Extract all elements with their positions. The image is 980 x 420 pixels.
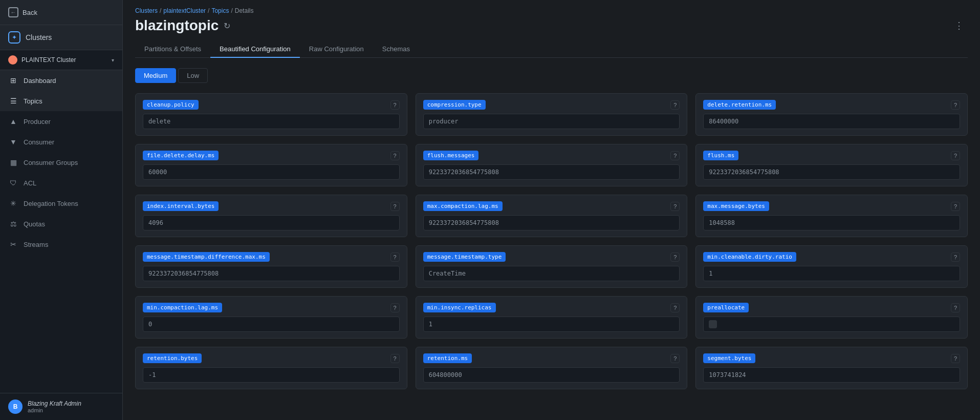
config-help-button[interactable]: ? — [390, 202, 400, 211]
config-value[interactable]: 1 — [423, 317, 680, 332]
config-value[interactable]: 9223372036854775808 — [143, 266, 400, 281]
config-help-button[interactable]: ? — [670, 202, 680, 211]
sidebar-nav: ⊞ Dashboard ☰ Topics ▲ Producer ▼ Consum… — [0, 70, 122, 393]
config-value[interactable]: 60000 — [143, 164, 400, 180]
sidebar-item-label: Streams — [24, 241, 48, 248]
page-title: blazingtopic — [135, 17, 219, 34]
page-title-left: blazingtopic ↻ — [135, 17, 230, 34]
sidebar-item-label: Producer — [24, 118, 51, 125]
config-help-button[interactable]: ? — [390, 354, 400, 363]
config-item-header: message.timestamp.type? — [423, 252, 680, 262]
sidebar-item-consumer-groups[interactable]: ▦ Consumer Groups — [0, 152, 122, 173]
sidebar-item-dashboard[interactable]: ⊞ Dashboard — [0, 70, 122, 91]
back-arrow-icon: ← — [8, 7, 18, 17]
config-value[interactable]: 0 — [143, 317, 400, 332]
config-item-header: min.compaction.lag.ms? — [143, 303, 400, 312]
back-label: Back — [23, 9, 37, 16]
config-item: index.interval.bytes?4096 — [135, 195, 407, 237]
config-item: max.message.bytes?1048588 — [695, 195, 968, 237]
config-help-button[interactable]: ? — [670, 100, 680, 110]
config-help-button[interactable]: ? — [951, 151, 960, 160]
config-value[interactable]: 1048588 — [703, 215, 960, 230]
sidebar-item-label: Quotas — [24, 220, 45, 228]
config-help-button[interactable]: ? — [670, 151, 680, 160]
config-item-header: min.cleanable.dirty.ratio? — [703, 252, 960, 262]
config-help-button[interactable]: ? — [951, 202, 960, 211]
sidebar-item-acl[interactable]: 🛡 ACL — [0, 173, 122, 193]
back-button[interactable]: ← Back — [0, 0, 122, 25]
config-item: min.compaction.lag.ms?0 — [135, 296, 407, 339]
cluster-status-dot — [8, 55, 17, 65]
config-key-badge: flush.ms — [703, 151, 738, 160]
refresh-icon[interactable]: ↻ — [224, 21, 230, 31]
producer-icon: ▲ — [8, 116, 18, 127]
tab-partitions-offsets[interactable]: Partitions & Offsets — [135, 41, 210, 58]
config-value[interactable] — [703, 317, 960, 332]
config-help-button[interactable]: ? — [390, 100, 400, 110]
clusters-nav-button[interactable]: ✦ Clusters — [0, 25, 122, 50]
config-value[interactable]: CreateTime — [423, 266, 680, 281]
breadcrumb-sep-3: / — [231, 7, 232, 14]
config-key-badge: max.compaction.lag.ms — [423, 201, 503, 211]
config-value[interactable]: 1073741824 — [703, 367, 960, 383]
config-key-badge: min.compaction.lag.ms — [143, 303, 222, 312]
sidebar-item-delegation-tokens[interactable]: ✳ Delegation Tokens — [0, 193, 122, 214]
config-key-badge: compression.type — [423, 100, 486, 110]
config-value[interactable]: 9223372036854775808 — [423, 215, 680, 230]
breadcrumb-clusters[interactable]: Clusters — [135, 7, 158, 14]
breadcrumb-cluster[interactable]: plaintextCluster — [163, 7, 206, 14]
config-item: delete.retention.ms?86400000 — [695, 93, 968, 136]
user-role: admin — [28, 407, 81, 413]
config-value[interactable]: delete — [143, 114, 400, 129]
config-key-badge: retention.bytes — [143, 353, 202, 363]
tab-raw-configuration[interactable]: Raw Configuration — [300, 41, 373, 58]
config-help-button[interactable]: ? — [670, 354, 680, 363]
config-value[interactable]: producer — [423, 114, 680, 129]
config-value[interactable]: 604800000 — [423, 367, 680, 383]
config-value[interactable]: 1 — [703, 266, 960, 281]
acl-icon: 🛡 — [8, 178, 18, 188]
config-help-button[interactable]: ? — [951, 303, 960, 312]
clusters-icon: ✦ — [8, 31, 20, 44]
filter-medium-button[interactable]: Medium — [135, 68, 176, 83]
config-help-button[interactable]: ? — [390, 303, 400, 312]
more-options-button[interactable]: ⋮ — [950, 18, 968, 33]
config-help-button[interactable]: ? — [390, 151, 400, 160]
user-info: Blazing Kraft Admin admin — [28, 400, 81, 413]
sidebar-item-consumer[interactable]: ▼ Consumer — [0, 132, 122, 152]
config-value[interactable]: 9223372036854775808 — [423, 164, 680, 180]
config-help-button[interactable]: ? — [390, 253, 400, 262]
sidebar-item-label: Consumer — [24, 138, 54, 146]
config-value[interactable]: 4096 — [143, 215, 400, 230]
sidebar-item-topics[interactable]: ☰ Topics — [0, 91, 122, 111]
config-key-badge: file.delete.delay.ms — [143, 151, 219, 160]
config-help-button[interactable]: ? — [951, 354, 960, 363]
config-item-header: flush.messages? — [423, 151, 680, 160]
tab-schemas[interactable]: Schemas — [373, 41, 419, 58]
config-item-header: cleanup.policy? — [143, 100, 400, 110]
sidebar-item-quotas[interactable]: ⚖ Quotas — [0, 214, 122, 234]
config-item-header: min.insync.replicas? — [423, 303, 680, 312]
config-value[interactable]: 9223372036854775808 — [703, 164, 960, 180]
breadcrumb-topics[interactable]: Topics — [211, 7, 229, 14]
sidebar: ← Back ✦ Clusters PLAINTEXT Cluster ▾ ⊞ … — [0, 0, 123, 420]
config-key-badge: max.message.bytes — [703, 201, 769, 211]
config-key-badge: min.cleanable.dirty.ratio — [703, 252, 796, 262]
cluster-selector[interactable]: PLAINTEXT Cluster ▾ — [0, 50, 122, 70]
page-title-row: blazingtopic ↻ ⋮ — [135, 17, 968, 34]
config-value[interactable]: 86400000 — [703, 114, 960, 129]
sidebar-item-streams[interactable]: ✂ Streams — [0, 234, 122, 255]
config-help-button[interactable]: ? — [670, 303, 680, 312]
user-name: Blazing Kraft Admin — [28, 400, 81, 407]
config-help-button[interactable]: ? — [951, 253, 960, 262]
tab-beautified-configuration[interactable]: Beautified Configuration — [210, 41, 300, 58]
config-item-header: flush.ms? — [703, 151, 960, 160]
sidebar-item-producer[interactable]: ▲ Producer — [0, 111, 122, 132]
config-checkbox[interactable] — [709, 320, 717, 328]
config-value[interactable]: -1 — [143, 367, 400, 383]
filter-low-button[interactable]: Low — [178, 68, 208, 83]
config-help-button[interactable]: ? — [670, 253, 680, 262]
topbar: Clusters / plaintextCluster / Topics / D… — [123, 0, 980, 58]
config-item: retention.bytes?-1 — [135, 347, 407, 389]
config-help-button[interactable]: ? — [951, 100, 960, 110]
